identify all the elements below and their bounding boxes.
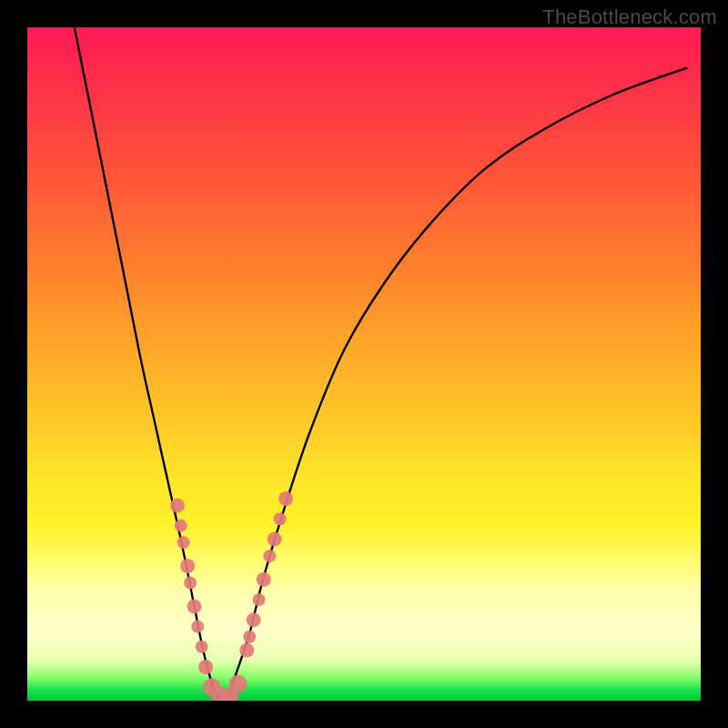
marker-dot [239, 643, 254, 658]
marker-group [170, 491, 293, 701]
bottleneck-curve [75, 27, 687, 697]
marker-dot [184, 577, 197, 590]
marker-dot [177, 536, 190, 549]
marker-dot [175, 520, 187, 532]
marker-dot [170, 498, 185, 512]
plot-area [27, 27, 701, 701]
marker-dot [229, 675, 248, 693]
marker-dot [268, 531, 282, 546]
marker-dot [180, 559, 195, 573]
marker-dot [274, 512, 287, 525]
marker-dot [253, 593, 266, 606]
marker-dot [198, 660, 213, 674]
marker-dot [191, 621, 204, 633]
marker-dot [243, 631, 256, 643]
marker-dot [263, 550, 276, 562]
marker-dot [187, 599, 202, 613]
marker-dot [196, 641, 208, 653]
chart-frame: TheBottleneck.com [0, 0, 728, 728]
watermark-text: TheBottleneck.com [542, 5, 717, 29]
marker-dot [257, 572, 271, 587]
marker-dot [247, 612, 261, 627]
chart-svg [27, 27, 701, 701]
marker-dot [278, 491, 293, 506]
